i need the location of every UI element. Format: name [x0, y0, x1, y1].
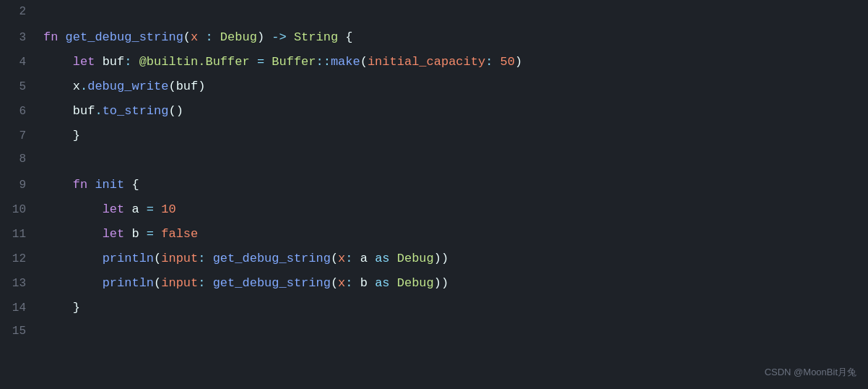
line-content-14: } — [43, 298, 868, 317]
code-line-7: 7 } — [0, 126, 868, 150]
line-number-14: 14 — [0, 299, 43, 318]
line-number-6: 6 — [0, 103, 43, 121]
code-line-11: 11 let b = false — [0, 224, 868, 249]
line-number-11: 11 — [0, 226, 43, 244]
line-number-12: 12 — [0, 250, 43, 269]
line-number-4: 4 — [0, 54, 43, 72]
line-number-5: 5 — [0, 78, 43, 97]
line-content-11: let b = false — [43, 224, 868, 244]
code-line-12: 12 println(input: get_debug_string(x: a … — [0, 249, 868, 273]
code-line-9: 9 fn init { — [0, 175, 868, 200]
code-line-6: 6 buf.to_string() — [0, 101, 868, 126]
line-content-9: fn init { — [43, 175, 868, 194]
code-line-13: 13 println(input: get_debug_string(x: b … — [0, 273, 868, 298]
line-number-8: 8 — [0, 150, 43, 169]
line-number-9: 9 — [0, 176, 43, 195]
line-content-12: println(input: get_debug_string(x: a as … — [43, 249, 868, 268]
code-line-8: 8 — [0, 150, 868, 175]
line-content-10: let a = 10 — [43, 200, 868, 219]
code-editor: 2 3 fn get_debug_string(x : Debug) -> St… — [0, 0, 868, 389]
line-content-6: buf.to_string() — [43, 101, 868, 121]
code-line-14: 14 } — [0, 298, 868, 322]
line-number-10: 10 — [0, 201, 43, 220]
code-line-10: 10 let a = 10 — [0, 200, 868, 224]
code-line-3: 3 fn get_debug_string(x : Debug) -> Stri… — [0, 27, 868, 52]
line-number-7: 7 — [0, 127, 43, 146]
code-line-4: 4 let buf: @builtin.Buffer = Buffer::mak… — [0, 52, 868, 77]
line-content-3: fn get_debug_string(x : Debug) -> String… — [43, 27, 868, 47]
code-line-15: 15 — [0, 322, 868, 347]
watermark: CSDN @MoonBit月兔 — [765, 365, 856, 380]
line-content-5: x.debug_write(buf) — [43, 77, 868, 96]
line-content-4: let buf: @builtin.Buffer = Buffer::make(… — [43, 52, 868, 72]
line-number-3: 3 — [0, 29, 43, 48]
code-line-5: 5 x.debug_write(buf) — [0, 77, 868, 101]
line-content-13: println(input: get_debug_string(x: b as … — [43, 273, 868, 293]
line-number-13: 13 — [0, 275, 43, 294]
line-number-15: 15 — [0, 322, 43, 341]
code-line-2: 2 — [0, 3, 868, 27]
line-content-7: } — [43, 126, 868, 145]
line-number-2: 2 — [0, 3, 43, 22]
